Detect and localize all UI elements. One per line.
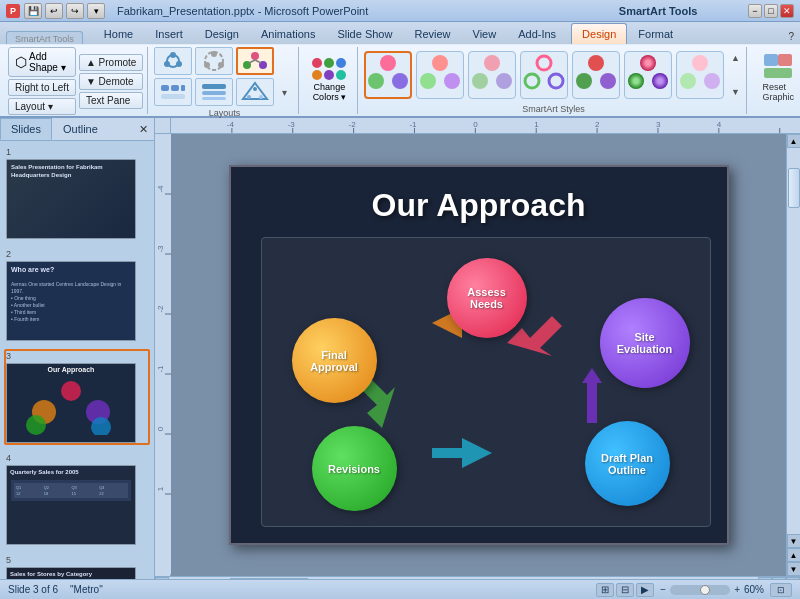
layout-icon-1[interactable] [154, 47, 192, 75]
style-icon-2[interactable] [416, 51, 464, 99]
layout-icon-5[interactable] [195, 78, 233, 106]
style-icon-3[interactable] [468, 51, 516, 99]
pan-right-button[interactable]: ► [786, 577, 800, 580]
style-icon-1-active[interactable] [364, 51, 412, 99]
quick-access-save[interactable]: 💾 [24, 3, 42, 19]
layout-icon-6[interactable] [236, 78, 274, 106]
slide-canvas[interactable]: Our Approach [229, 165, 729, 545]
add-shape-button[interactable]: ⬡ Add Shape ▾ [8, 47, 76, 77]
slide-item-4[interactable]: 4 Quarterly Sales for 2005 Q1Q2Q3Q4 1218… [4, 451, 150, 547]
layouts-scroll-btn[interactable]: ▾ [277, 78, 291, 106]
change-colors-button[interactable]: ChangeColors ▾ [305, 53, 353, 107]
tab-view[interactable]: View [462, 23, 508, 44]
fit-window-button[interactable]: ⊡ [770, 583, 792, 597]
app-icon: P [6, 4, 20, 18]
slides-tab[interactable]: Slides [0, 118, 52, 140]
theme-name: "Metro" [70, 584, 103, 595]
tab-review[interactable]: Review [403, 23, 461, 44]
promote-button[interactable]: ▲ Promote [79, 54, 143, 71]
smartart-styles-scroll[interactable]: ▲ ▼ [728, 53, 742, 97]
svg-rect-43 [764, 54, 778, 66]
slide-item-2[interactable]: 2 Who are we? Aernas One started Centrex… [4, 247, 150, 343]
slide-2-thumbnail[interactable]: Who are we? Aernas One started Centrex L… [6, 261, 136, 341]
slide-panel-close[interactable]: ✕ [133, 121, 154, 138]
pan-left-button[interactable]: ◄ [772, 577, 786, 580]
styles-scroll-up[interactable]: ▲ [728, 53, 742, 63]
main-area: Slides Outline ✕ 1 Sales Presentation fo… [0, 118, 800, 579]
style-icon-6[interactable] [624, 51, 672, 99]
right-to-left-button[interactable]: Right to Left [8, 79, 76, 96]
tab-animations[interactable]: Animations [250, 23, 326, 44]
style-icon-5[interactable] [572, 51, 620, 99]
slide-item-3-active[interactable]: 3 Our Approach [4, 349, 150, 445]
horizontal-scrollbar[interactable]: ◄ ► ◄ ► [155, 576, 800, 579]
normal-view-button[interactable]: ⊞ [596, 583, 614, 597]
text-pane-button[interactable]: Text Pane [79, 92, 143, 109]
scroll-thumb-horizontal[interactable] [229, 578, 309, 580]
window-controls[interactable]: − □ ✕ [748, 4, 794, 18]
slide-1-number: 1 [6, 147, 16, 157]
site-evaluation-circle[interactable]: SiteEvaluation [600, 298, 690, 388]
quick-access-redo[interactable]: ↪ [66, 3, 84, 19]
vertical-scrollbar[interactable]: ▲ ▼ ▲ ▼ [786, 134, 800, 576]
styles-scroll-down[interactable]: ▼ [728, 87, 742, 97]
slide-3-title: Our Approach [7, 364, 135, 375]
scroll-left-button[interactable]: ◄ [155, 577, 169, 580]
tab-smartart-format[interactable]: Format [627, 23, 684, 44]
zoom-in-button[interactable]: + [734, 584, 740, 595]
zoom-out-button[interactable]: − [660, 584, 666, 595]
layout-icon-2[interactable] [195, 47, 233, 75]
svg-point-40 [692, 55, 708, 71]
demote-button[interactable]: ▼ Demote [79, 73, 143, 90]
scroll-up-button[interactable]: ▲ [787, 134, 801, 148]
style-icon-4[interactable] [520, 51, 568, 99]
layout-icon-3-active[interactable] [236, 47, 274, 75]
smartart-diagram[interactable]: AssessNeeds SiteEvaluation Draft PlanOut… [261, 237, 711, 527]
assess-needs-circle[interactable]: AssessNeeds [447, 258, 527, 338]
scroll-track-vertical[interactable] [787, 148, 801, 534]
layout-button[interactable]: Layout ▾ [8, 98, 76, 115]
slide-1-thumbnail[interactable]: Sales Presentation for Fabrikam Headquar… [6, 159, 136, 239]
pan-up-button[interactable]: ▲ [787, 548, 801, 562]
slide-4-thumbnail[interactable]: Quarterly Sales for 2005 Q1Q2Q3Q4 121815… [6, 465, 136, 545]
slide-sorter-button[interactable]: ⊟ [616, 583, 634, 597]
pan-down-button[interactable]: ▼ [787, 562, 801, 576]
tab-design[interactable]: Design [194, 23, 250, 44]
scroll-down-button[interactable]: ▼ [787, 534, 801, 548]
tab-smartart-design[interactable]: Design [571, 23, 627, 44]
tab-home[interactable]: Home [93, 23, 144, 44]
close-button[interactable]: ✕ [780, 4, 794, 18]
slide-workspace[interactable]: Our Approach [171, 134, 786, 576]
ribbon-help-icon[interactable]: ? [782, 29, 800, 44]
zoom-thumb[interactable] [700, 585, 710, 595]
zoom-control[interactable]: − + 60% [660, 584, 764, 595]
tab-insert[interactable]: Insert [144, 23, 194, 44]
zoom-slider[interactable] [670, 585, 730, 595]
restore-button[interactable]: □ [764, 4, 778, 18]
quick-access-more[interactable]: ▾ [87, 3, 105, 19]
revisions-circle[interactable]: Revisions [312, 426, 397, 511]
scroll-thumb-vertical[interactable] [788, 168, 800, 208]
tab-addins[interactable]: Add-Ins [507, 23, 567, 44]
slideshow-button[interactable]: ▶ [636, 583, 654, 597]
slide-item-1[interactable]: 1 Sales Presentation for Fabrikam Headqu… [4, 145, 150, 241]
final-approval-circle[interactable]: FinalApproval [292, 318, 377, 403]
svg-point-39 [628, 73, 644, 89]
layout-icon-4[interactable] [154, 78, 192, 106]
draft-plan-circle[interactable]: Draft PlanOutline [585, 421, 670, 506]
canvas-area: -4 -3 -2 -1 0 1 2 3 4 [155, 118, 800, 579]
outline-tab[interactable]: Outline [52, 118, 109, 140]
style-icon-7[interactable] [676, 51, 724, 99]
svg-text:-3: -3 [156, 245, 165, 253]
slide-4-table: Q1Q2Q3Q4 12181522 [11, 480, 131, 501]
tab-slideshow[interactable]: Slide Show [326, 23, 403, 44]
svg-text:4: 4 [717, 120, 722, 129]
slide-3-thumbnail[interactable]: Our Approach [6, 363, 136, 443]
minimize-button[interactable]: − [748, 4, 762, 18]
slide-5-thumbnail[interactable]: Sales for Stores by Category [6, 567, 136, 579]
quick-access-undo[interactable]: ↩ [45, 3, 63, 19]
scroll-track-horizontal[interactable] [169, 577, 758, 580]
slide-item-5[interactable]: 5 Sales for Stores by Category [4, 553, 150, 579]
scroll-right-button[interactable]: ► [758, 577, 772, 580]
reset-graphic-button[interactable]: Reset Graphic [753, 47, 800, 107]
